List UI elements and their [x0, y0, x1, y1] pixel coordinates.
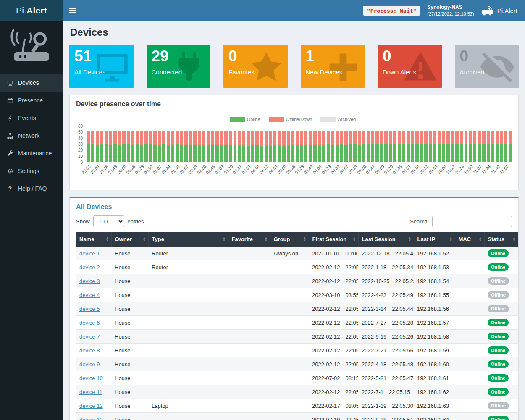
presence-bar [300, 131, 303, 162]
presence-bar [220, 131, 223, 162]
cell-name: device 5 [76, 302, 111, 316]
calendar-icon [7, 97, 13, 104]
stat-card-down-alerts[interactable]: 0Down Alerts [378, 45, 442, 88]
presence-bar [411, 131, 415, 162]
column-header-favorite[interactable]: Favorite▲▼ [228, 232, 270, 247]
table-row: device 6House2022-02-1222:052022-7-2722:… [76, 316, 518, 330]
stat-card-new-devices[interactable]: 1New Devices [301, 45, 365, 88]
stat-card-archived[interactable]: 0Archived [455, 45, 519, 88]
column-header-first-session[interactable]: First Session▲▼ [309, 232, 358, 247]
pialert-logo [0, 21, 63, 74]
presence-bar [109, 131, 112, 162]
sidebar-item-presence[interactable]: Presence [0, 92, 63, 109]
status-badge: Online [488, 374, 509, 382]
topbar-brand-label: Pi.Alert [497, 7, 517, 14]
cell-last-ip: 192.168.1.60 [414, 357, 455, 371]
device-link[interactable]: device 13 [79, 417, 103, 420]
presence-bar [473, 131, 477, 162]
sidebar-item-network[interactable]: Network [0, 127, 63, 144]
presence-bar [344, 131, 348, 162]
device-link[interactable]: device 7 [79, 333, 100, 340]
device-link[interactable]: device 3 [79, 278, 100, 284]
presence-bar [340, 131, 343, 162]
stat-card-all-devices[interactable]: 51All Devices [69, 45, 134, 88]
device-link[interactable]: device 2 [79, 264, 100, 270]
main-content: Devices 51All Devices29Connected0Favorit… [63, 21, 525, 420]
stat-cards: 51All Devices29Connected0Favorites1New D… [69, 45, 519, 88]
column-header-group[interactable]: Group▲▼ [270, 232, 309, 247]
column-label: Owner [115, 236, 132, 242]
sidebar-item-settings[interactable]: Settings [0, 162, 63, 180]
presence-bar [496, 131, 499, 162]
presence-bar [193, 131, 197, 162]
cell-last-session: 2022-3-1422:05.44 [358, 302, 414, 316]
column-header-mac[interactable]: MAC▲▼ [455, 232, 484, 247]
search-input[interactable] [432, 216, 512, 227]
stat-card-connected[interactable]: 29Connected [147, 45, 211, 88]
presence-bar [171, 131, 174, 162]
sidebar-item-devices[interactable]: Devices [0, 74, 63, 92]
cell-last-session: 2022-1-1922:05.30 [358, 399, 414, 413]
cell-mac [455, 413, 484, 420]
stat-card-favorites[interactable]: 0Favorites [223, 45, 288, 88]
device-link[interactable]: device 9 [79, 361, 100, 368]
device-link[interactable]: device 4 [79, 292, 100, 298]
device-link[interactable]: device 5 [79, 306, 100, 312]
cell-type [148, 288, 228, 302]
sort-icon: ▲▼ [512, 237, 516, 242]
column-header-status[interactable]: Status▲▼ [484, 232, 518, 247]
device-link[interactable]: device 10 [79, 375, 103, 381]
presence-chart-plot [86, 126, 512, 162]
presence-bar [242, 131, 246, 162]
cell-mac [455, 371, 484, 385]
device-link[interactable]: device 12 [79, 403, 103, 409]
table-header-row: Name▲▼Owner▲▼Type▲▼Favorite▲▼Group▲▼Firs… [76, 232, 518, 247]
column-header-last-ip[interactable]: Last IP▲▼ [414, 232, 455, 247]
device-link[interactable]: device 1 [79, 250, 100, 257]
sidebar-item-events[interactable]: Events [0, 109, 63, 127]
presence-bar [202, 131, 206, 162]
sidebar-item-maintenance[interactable]: Maintenance [0, 144, 63, 162]
column-header-type[interactable]: Type▲▼ [148, 232, 228, 247]
column-header-owner[interactable]: Owner▲▼ [111, 232, 148, 247]
sort-icon: ▲▼ [353, 237, 356, 242]
column-header-last-session[interactable]: Last Session▲▼ [358, 232, 414, 247]
cell-status: Online [484, 330, 518, 344]
cell-group [270, 302, 309, 316]
cell-mac [455, 344, 484, 357]
cell-first-session: 2022-02-1708:05 [309, 399, 358, 413]
presence-bar [424, 131, 428, 162]
column-header-name[interactable]: Name▲▼ [76, 232, 111, 247]
cell-owner: House [111, 316, 148, 330]
presence-bar [251, 131, 255, 162]
device-link[interactable]: device 8 [79, 347, 100, 354]
cell-group [270, 385, 309, 399]
cell-name: device 2 [76, 260, 111, 274]
cell-status: Online [484, 344, 518, 357]
cell-last-ip: 192.168.1.57 [414, 316, 455, 330]
laptop-icon [7, 79, 13, 86]
column-label: Group [274, 236, 290, 242]
presence-bar [229, 131, 232, 162]
cell-mac [455, 357, 484, 371]
status-badge: Online [488, 263, 509, 271]
cell-last-session: 2022-4-2322:05.49 [358, 288, 414, 302]
cell-group [270, 344, 309, 357]
presence-bar [362, 131, 365, 162]
sidebar-toggle-icon[interactable] [63, 0, 82, 21]
cell-name: device 10 [76, 371, 111, 385]
device-link[interactable]: device 6 [79, 320, 100, 326]
sidebar-item-help-faq[interactable]: ?Help / FAQ [0, 180, 63, 197]
presence-bar [265, 131, 268, 162]
presence-bar [415, 131, 419, 162]
presence-bar [375, 131, 379, 162]
presence-bar [198, 131, 201, 162]
device-link[interactable]: device 11 [79, 389, 102, 395]
presence-bar [465, 131, 468, 162]
status-badge: Offline [488, 291, 509, 299]
status-badge: Online [488, 360, 509, 368]
plus-icon [323, 50, 363, 85]
presence-bar [238, 131, 241, 162]
entries-select[interactable]: 100 [93, 215, 124, 227]
app-logo[interactable]: Pi.Alert [0, 0, 63, 21]
